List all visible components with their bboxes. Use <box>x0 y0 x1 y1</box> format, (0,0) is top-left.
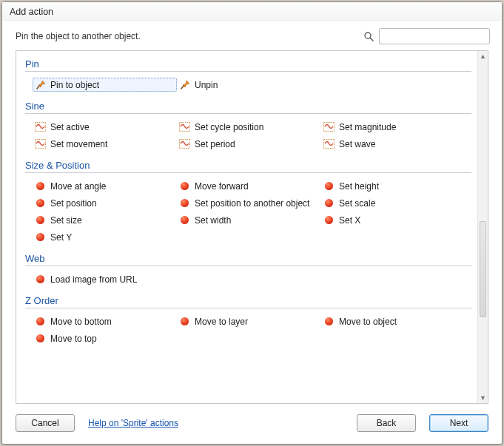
bullet-icon <box>35 180 46 192</box>
action-move-to-layer[interactable]: Move to layer <box>177 314 321 328</box>
action-label: Set period <box>195 139 235 149</box>
section-z-order: Z Order Move to bottom Move to layer Mov… <box>25 295 471 345</box>
action-label: Pin to object <box>50 80 99 90</box>
content-scroll[interactable]: Pin Pin to object <box>16 51 477 403</box>
action-set-x[interactable]: Set X <box>321 213 466 227</box>
bullet-icon <box>179 197 190 209</box>
pin-icon <box>35 79 46 90</box>
sine-icon <box>35 121 46 132</box>
header-row: Pin the object to another object. <box>2 21 502 50</box>
action-label: Unpin <box>195 80 218 90</box>
bullet-icon <box>323 180 335 192</box>
action-label: Move forward <box>195 181 249 192</box>
section-size-position: Size & Position Move at angle Move forwa… <box>25 160 471 244</box>
svg-line-1 <box>370 38 373 41</box>
action-unpin[interactable]: Unpin <box>177 78 321 92</box>
bullet-icon <box>323 214 335 226</box>
action-set-size[interactable]: Set size <box>33 213 177 227</box>
search-icon <box>363 31 374 42</box>
section-items: Load image from URL <box>25 272 471 286</box>
section-title: Web <box>25 253 50 264</box>
sine-icon <box>35 138 46 149</box>
bullet-icon <box>35 316 46 327</box>
action-set-width[interactable]: Set width <box>177 213 321 227</box>
pin-icon <box>179 79 190 90</box>
action-label: Set magnitude <box>339 122 396 132</box>
bullet-icon <box>323 316 335 327</box>
sine-icon <box>179 121 190 132</box>
action-label: Set cycle position <box>195 122 263 132</box>
scrollbar[interactable]: ▲ ▼ <box>477 51 488 403</box>
action-set-wave[interactable]: Set wave <box>321 137 466 151</box>
action-label: Set position <box>50 198 97 209</box>
section-header-size: Size & Position <box>25 160 471 173</box>
svg-line-3 <box>181 86 184 89</box>
section-sine: Sine Set active Set cycle position Set m… <box>25 101 471 151</box>
bullet-icon <box>35 274 46 285</box>
scroll-down-icon[interactable]: ▼ <box>478 393 488 403</box>
action-label: Set size <box>50 215 82 226</box>
bullet-icon <box>35 214 46 226</box>
action-move-to-top[interactable]: Move to top <box>33 331 177 345</box>
section-items: Pin to object Unpin <box>25 78 471 92</box>
action-label: Move to layer <box>195 317 248 327</box>
search-input[interactable] <box>379 28 490 44</box>
action-label: Set Y <box>50 232 72 243</box>
action-label: Set position to another object <box>195 198 309 209</box>
help-link[interactable]: Help on 'Sprite' actions <box>88 418 178 428</box>
section-items: Move to bottom Move to layer Move to obj… <box>25 314 471 345</box>
bullet-icon <box>35 333 46 344</box>
next-button[interactable]: Next <box>429 414 488 432</box>
action-pin-to-object[interactable]: Pin to object <box>33 78 177 92</box>
action-set-height[interactable]: Set height <box>321 179 466 193</box>
action-set-period[interactable]: Set period <box>177 137 321 151</box>
section-title: Size & Position <box>25 160 94 171</box>
section-header-pin: Pin <box>25 58 471 72</box>
bullet-icon <box>179 214 190 226</box>
action-move-at-angle[interactable]: Move at angle <box>33 179 177 193</box>
bullet-icon <box>179 316 190 327</box>
bullet-icon <box>323 197 335 209</box>
action-label: Set movement <box>50 139 107 149</box>
action-set-magnitude[interactable]: Set magnitude <box>321 120 466 134</box>
section-title: Z Order <box>25 295 63 306</box>
action-set-y[interactable]: Set Y <box>33 230 177 244</box>
sine-icon <box>323 121 335 132</box>
section-pin: Pin Pin to object <box>25 58 471 92</box>
section-web: Web Load image from URL <box>25 253 471 286</box>
cancel-button[interactable]: Cancel <box>16 414 75 432</box>
action-set-scale[interactable]: Set scale <box>321 196 466 210</box>
action-set-active[interactable]: Set active <box>33 120 177 134</box>
scrollbar-thumb[interactable] <box>480 221 486 317</box>
bullet-icon <box>35 232 46 243</box>
action-label: Load image from URL <box>50 274 137 285</box>
section-title: Pin <box>25 58 44 70</box>
back-button[interactable]: Back <box>357 414 416 432</box>
search-box <box>363 28 490 44</box>
scroll-up-icon[interactable]: ▲ <box>478 51 488 61</box>
action-label: Set X <box>339 215 360 226</box>
dialog-window: Add action Pin the object to another obj… <box>1 1 503 445</box>
action-label: Move to bottom <box>50 317 112 327</box>
section-header-sine: Sine <box>25 101 471 114</box>
action-label: Set height <box>339 181 379 192</box>
action-set-cycle-position[interactable]: Set cycle position <box>177 120 321 134</box>
action-load-image-from-url[interactable]: Load image from URL <box>33 272 177 286</box>
action-label: Set width <box>195 215 231 226</box>
content-frame: Pin Pin to object <box>16 50 488 404</box>
bullet-icon <box>179 180 190 192</box>
bullet-icon <box>35 197 46 209</box>
dialog-title: Add action <box>2 2 502 21</box>
sine-icon <box>179 138 190 149</box>
action-move-forward[interactable]: Move forward <box>177 179 321 193</box>
action-label: Set scale <box>339 198 375 209</box>
action-move-to-bottom[interactable]: Move to bottom <box>33 314 177 328</box>
action-set-position-to-another-object[interactable]: Set position to another object <box>177 196 321 210</box>
action-set-movement[interactable]: Set movement <box>33 137 177 151</box>
action-set-position[interactable]: Set position <box>33 196 177 210</box>
section-header-zorder: Z Order <box>25 295 471 308</box>
action-move-to-object[interactable]: Move to object <box>321 314 466 328</box>
section-header-web: Web <box>25 253 471 266</box>
action-description: Pin the object to another object. <box>16 31 356 41</box>
section-title: Sine <box>25 101 49 112</box>
